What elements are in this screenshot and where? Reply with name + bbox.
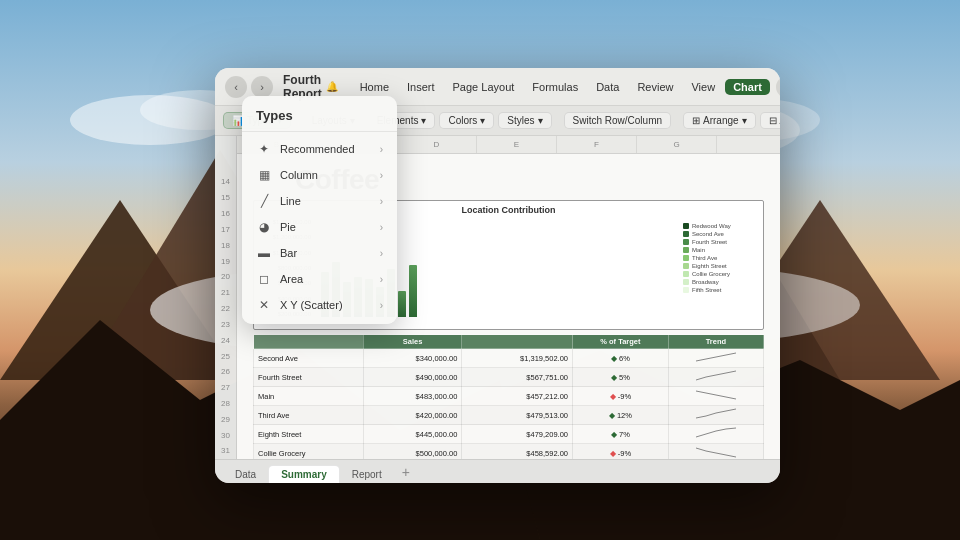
- sales-3: $420,000.00: [363, 406, 462, 425]
- arrange-chevron: ▾: [742, 115, 747, 126]
- row-num-16: 16: [215, 206, 236, 222]
- menu-chart[interactable]: Chart: [725, 79, 770, 95]
- dropdown-recommended[interactable]: ✦ Recommended ›: [242, 136, 397, 162]
- legend-item-7: Collie Grocery: [683, 271, 755, 277]
- pct-0: ◆ 6%: [573, 349, 669, 368]
- recommended-label: Recommended: [280, 143, 372, 155]
- line-arrow: ›: [380, 196, 383, 207]
- dropdown-pie[interactable]: ◕ Pie ›: [242, 214, 397, 240]
- legend-item-2: Second Ave: [683, 231, 755, 237]
- table-row: Second Ave $340,000.00 $1,319,502.00 ◆ 6…: [254, 349, 764, 368]
- table-row: Third Ave $420,000.00 $479,513.00 ◆ 12%: [254, 406, 764, 425]
- pct-2: ◆ -9%: [573, 387, 669, 406]
- trend-5: [668, 444, 763, 460]
- area-arrow: ›: [380, 274, 383, 285]
- target-0: $1,319,502.00: [462, 349, 573, 368]
- table-row: Fourth Street $490,000.00 $567,751.00 ◆ …: [254, 368, 764, 387]
- arrange-icon: ⊞: [692, 115, 700, 126]
- col-header-trend: Trend: [668, 335, 763, 349]
- pie-arrow: ›: [380, 222, 383, 233]
- sheet-tab-data[interactable]: Data: [223, 466, 268, 483]
- menu-data[interactable]: Data: [588, 79, 627, 95]
- zoom-icon[interactable]: 🔍: [776, 76, 780, 98]
- sales-0: $340,000.00: [363, 349, 462, 368]
- row-num-20: 20: [215, 269, 236, 285]
- menu-review[interactable]: Review: [629, 79, 681, 95]
- scatter-icon: ✕: [256, 298, 272, 312]
- extra-button[interactable]: ⊟ Ar: [760, 112, 780, 129]
- trend-3: [668, 406, 763, 425]
- sheet-tab-report[interactable]: Report: [340, 466, 394, 483]
- row-num-14: 14: [215, 174, 236, 190]
- line-label: Line: [280, 195, 372, 207]
- styles-label: Styles: [507, 115, 534, 126]
- location-4: Eighth Street: [254, 425, 364, 444]
- target-5: $458,592.00: [462, 444, 573, 460]
- col-g: G: [637, 136, 717, 153]
- bar-label: Bar: [280, 247, 372, 259]
- bar-9: [409, 265, 417, 317]
- arrange-label: Arrange: [703, 115, 739, 126]
- dropdown-area[interactable]: ◻ Area ›: [242, 266, 397, 292]
- legend-item-8: Broadway: [683, 279, 755, 285]
- legend-item-4: Main: [683, 247, 755, 253]
- sales-1: $490,000.00: [363, 368, 462, 387]
- area-label: Area: [280, 273, 372, 285]
- recommended-arrow: ›: [380, 144, 383, 155]
- legend-dot-3: [683, 239, 689, 245]
- target-2: $457,212.00: [462, 387, 573, 406]
- legend-item-1: Redwood Way: [683, 223, 755, 229]
- column-label: Column: [280, 169, 372, 181]
- colors-label: Colors: [448, 115, 477, 126]
- legend-label-4: Main: [692, 247, 705, 253]
- styles-button[interactable]: Styles ▾: [498, 112, 551, 129]
- legend-item-5: Third Ave: [683, 255, 755, 261]
- dropdown-scatter[interactable]: ✕ X Y (Scatter) ›: [242, 292, 397, 318]
- add-sheet-button[interactable]: +: [394, 461, 418, 483]
- chart-legend: Redwood Way Second Ave Fourth Street: [679, 219, 759, 327]
- row-num-15: 15: [215, 190, 236, 206]
- dropdown-bar[interactable]: ▬ Bar ›: [242, 240, 397, 266]
- col-d: D: [397, 136, 477, 153]
- dropdown-title: Types: [242, 102, 397, 132]
- pct-1: ◆ 5%: [573, 368, 669, 387]
- location-3: Third Ave: [254, 406, 364, 425]
- types-dropdown: Types ✦ Recommended › ▦ Column › ╱ Line …: [242, 96, 397, 324]
- sales-2: $483,000.00: [363, 387, 462, 406]
- legend-label-1: Redwood Way: [692, 223, 731, 229]
- target-4: $479,209.00: [462, 425, 573, 444]
- trend-0: [668, 349, 763, 368]
- pct-5: ◆ -9%: [573, 444, 669, 460]
- styles-chevron: ▾: [538, 115, 543, 126]
- pct-3: ◆ 12%: [573, 406, 669, 425]
- row-num-29: 29: [215, 411, 236, 427]
- row-num-17: 17: [215, 221, 236, 237]
- back-button[interactable]: ‹: [225, 76, 247, 98]
- arrange-button[interactable]: ⊞ Arrange ▾: [683, 112, 756, 129]
- trend-2: [668, 387, 763, 406]
- trend-1: [668, 368, 763, 387]
- menu-formulas[interactable]: Formulas: [524, 79, 586, 95]
- dropdown-line[interactable]: ╱ Line ›: [242, 188, 397, 214]
- table-row: Eighth Street $445,000.00 $479,209.00 ◆ …: [254, 425, 764, 444]
- forward-button[interactable]: ›: [251, 76, 273, 98]
- dropdown-column[interactable]: ▦ Column ›: [242, 162, 397, 188]
- column-arrow: ›: [380, 170, 383, 181]
- menu-home[interactable]: Home: [352, 79, 397, 95]
- menu-view[interactable]: View: [683, 79, 723, 95]
- data-table: Sales % of Target Trend Second Ave $340,…: [253, 334, 764, 459]
- legend-dot-9: [683, 287, 689, 293]
- col-header-sales: Sales: [363, 335, 462, 349]
- legend-item-3: Fourth Street: [683, 239, 755, 245]
- colors-button[interactable]: Colors ▾: [439, 112, 494, 129]
- col-header-target: [462, 335, 573, 349]
- menu-insert[interactable]: Insert: [399, 79, 443, 95]
- row-num-23: 23: [215, 316, 236, 332]
- col-f: F: [557, 136, 637, 153]
- bar-value-8: [398, 291, 406, 317]
- sheet-tab-summary[interactable]: Summary: [268, 465, 340, 483]
- switch-row-col-button[interactable]: Switch Row/Column: [564, 112, 671, 129]
- row-num-24: 24: [215, 332, 236, 348]
- menu-page-layout[interactable]: Page Layout: [445, 79, 523, 95]
- location-2: Main: [254, 387, 364, 406]
